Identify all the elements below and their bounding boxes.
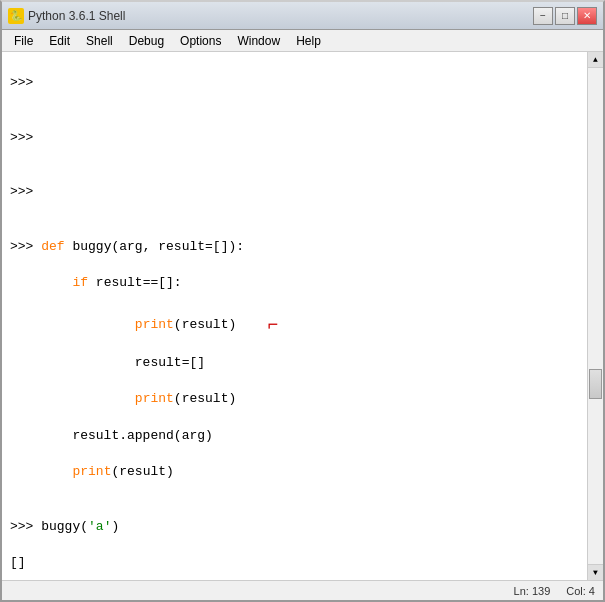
scrollbar-up-arrow[interactable]: ▲	[588, 52, 603, 68]
scrollbar-thumb[interactable]	[589, 369, 602, 399]
menu-options[interactable]: Options	[172, 32, 229, 50]
col-number: Col: 4	[566, 585, 595, 597]
close-button[interactable]: ✕	[577, 7, 597, 25]
main-window: 🐍 Python 3.6.1 Shell − □ ✕ File Edit She…	[0, 0, 605, 602]
menu-help[interactable]: Help	[288, 32, 329, 50]
content-area: >>> >>> >>> >>> def buggy(arg, result=[]…	[2, 52, 603, 580]
app-icon: 🐍	[8, 8, 24, 24]
status-bar: Ln: 139 Col: 4	[2, 580, 603, 600]
maximize-button[interactable]: □	[555, 7, 575, 25]
menu-shell[interactable]: Shell	[78, 32, 121, 50]
scrollbar-down-arrow[interactable]: ▼	[588, 564, 603, 580]
minimize-button[interactable]: −	[533, 7, 553, 25]
window-controls: − □ ✕	[533, 7, 597, 25]
scrollbar[interactable]: ▲ ▼	[587, 52, 603, 580]
menu-debug[interactable]: Debug	[121, 32, 172, 50]
window-title: Python 3.6.1 Shell	[28, 9, 533, 23]
title-bar: 🐍 Python 3.6.1 Shell − □ ✕	[2, 2, 603, 30]
line-number: Ln: 139	[514, 585, 551, 597]
menu-bar: File Edit Shell Debug Options Window Hel…	[2, 30, 603, 52]
menu-file[interactable]: File	[6, 32, 41, 50]
code-container: >>> >>> >>> >>> def buggy(arg, result=[]…	[2, 52, 587, 580]
shell-output[interactable]: >>> >>> >>> >>> def buggy(arg, result=[]…	[2, 52, 587, 580]
menu-window[interactable]: Window	[229, 32, 288, 50]
menu-edit[interactable]: Edit	[41, 32, 78, 50]
